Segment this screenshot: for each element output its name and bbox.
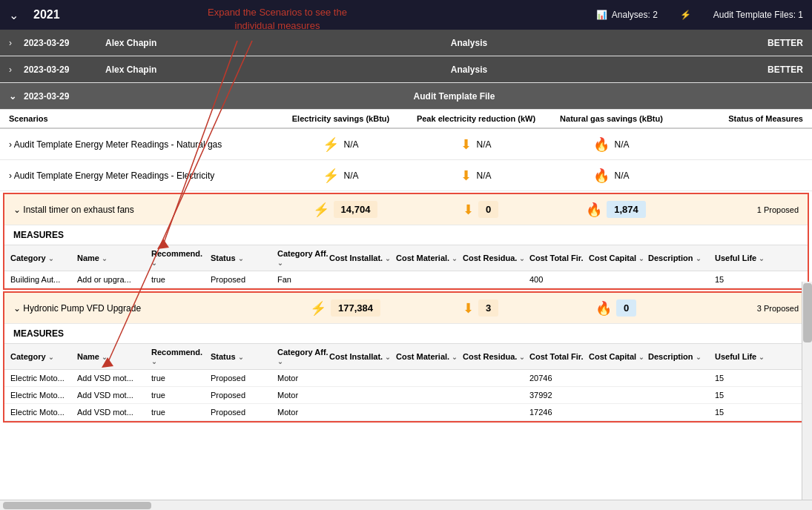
audit-section: Audit Template Files: 1 bbox=[713, 10, 803, 20]
col-cost-residual[interactable]: Cost Residua. ⌄ bbox=[463, 352, 529, 361]
scenario-elec: ⚡ 177,384 bbox=[280, 299, 410, 317]
col-description[interactable]: Description ⌄ bbox=[648, 352, 715, 361]
row-status: BETTER bbox=[729, 38, 803, 48]
col-header-status: Status of Measures bbox=[676, 114, 803, 123]
scenario-name[interactable]: › Audit Template Energy Meter Readings -… bbox=[9, 170, 276, 181]
audit-date: 2023-03-29 bbox=[24, 91, 105, 102]
peak-value: 0 bbox=[478, 201, 498, 218]
scenario-row-hydronic: ⌄ Hydronic Pump VFD Upgrade ⚡ 177,384 ⬇ … bbox=[4, 293, 808, 324]
col-recommend[interactable]: Recommend. ⌄ bbox=[151, 348, 211, 365]
peak-icon: ⬇ bbox=[463, 202, 474, 218]
scenario-row: › Audit Template Energy Meter Readings -… bbox=[0, 129, 812, 160]
scenario-peak: ⬇ 3 bbox=[410, 299, 551, 317]
col-category-aff[interactable]: Category Aff. ⌄ bbox=[277, 249, 329, 267]
measures-col-headers: Category ⌄ Name ⌄ Recommend. ⌄ Status ⌄ … bbox=[4, 344, 808, 370]
horizontal-scrollbar[interactable] bbox=[0, 500, 812, 510]
measures-row: Electric Moto... Add VSD mot... true Pro… bbox=[4, 387, 808, 404]
cell-category-aff: Motor bbox=[277, 374, 329, 382]
col-useful-life[interactable]: Useful Life ⌄ bbox=[715, 352, 802, 361]
col-status[interactable]: Status ⌄ bbox=[211, 254, 277, 262]
cell-category-aff: Motor bbox=[277, 391, 329, 400]
scenario-gas: 🔥 1,874 bbox=[551, 201, 681, 218]
measures-header: MEASURES bbox=[4, 324, 808, 344]
cell-name: Add VSD mot... bbox=[77, 408, 151, 417]
cell-cost-total: 17246 bbox=[529, 408, 589, 417]
scenario-gas: 🔥 N/A bbox=[547, 136, 676, 153]
gas-value: N/A bbox=[614, 170, 629, 181]
measures-header: MEASURES bbox=[4, 225, 808, 245]
col-category[interactable]: Category ⌄ bbox=[10, 254, 77, 262]
lightning-icon: ⚡ bbox=[323, 168, 339, 184]
lightning-icon: ⚡ bbox=[323, 136, 339, 153]
col-cost-capital[interactable]: Cost Capital ⌄ bbox=[589, 352, 648, 361]
cell-name: Add VSD mot... bbox=[77, 374, 151, 382]
col-description[interactable]: Description ⌄ bbox=[648, 254, 715, 262]
scenario-row-install-timer: ⌄ Install timer on exhaust fans ⚡ 14,704… bbox=[4, 194, 808, 225]
cell-status: Proposed bbox=[211, 408, 277, 417]
cell-category: Electric Moto... bbox=[10, 391, 77, 400]
vertical-scrollbar[interactable] bbox=[802, 282, 812, 504]
col-cost-capital[interactable]: Cost Capital ⌄ bbox=[589, 254, 648, 262]
col-cost-install[interactable]: Cost Installat. ⌄ bbox=[329, 352, 396, 361]
measures-row: Electric Moto... Add VSD mot... true Pro… bbox=[4, 404, 808, 421]
cell-status: Proposed bbox=[211, 275, 277, 284]
flame-icon: 🔥 bbox=[593, 136, 610, 153]
col-header-electricity: Electricity savings (kBtu) bbox=[276, 114, 406, 123]
lightning-icon: ⚡ bbox=[310, 300, 326, 317]
analyses-label: Analyses: 2 bbox=[612, 10, 658, 20]
audit-chevron[interactable]: ⌄ bbox=[9, 91, 24, 102]
col-useful-life[interactable]: Useful Life ⌄ bbox=[715, 254, 802, 262]
cell-useful-life: 15 bbox=[715, 275, 802, 284]
col-category[interactable]: Category ⌄ bbox=[10, 352, 77, 361]
flame-icon: 🔥 bbox=[595, 300, 612, 317]
scrollbar-thumb[interactable] bbox=[803, 283, 812, 342]
data-row: › 2023-03-29 Alex Chapin Analysis BETTER bbox=[0, 56, 812, 83]
col-cost-material[interactable]: Cost Material. ⌄ bbox=[396, 352, 463, 361]
cell-name: Add VSD mot... bbox=[77, 391, 151, 400]
cell-category-aff: Fan bbox=[277, 275, 329, 284]
cell-useful-life: 15 bbox=[715, 408, 802, 417]
audit-template-row: ⌄ 2023-03-29 Audit Template File bbox=[0, 83, 812, 110]
cell-category: Electric Moto... bbox=[10, 408, 77, 417]
scenario-status: 3 Proposed bbox=[681, 304, 799, 313]
row-chevron[interactable]: › bbox=[9, 64, 24, 75]
row-author: Alex Chapin bbox=[105, 38, 209, 48]
scenario-name[interactable]: ⌄ Install timer on exhaust fans bbox=[13, 205, 280, 215]
cell-status: Proposed bbox=[211, 374, 277, 382]
measures-section-1: MEASURES Category ⌄ Name ⌄ Recommend. ⌄ … bbox=[4, 225, 808, 288]
scenario-gas: 🔥 0 bbox=[551, 299, 681, 317]
cell-cost-total: 20746 bbox=[529, 374, 589, 382]
col-header-gas: Natural gas savings (kBtu) bbox=[547, 114, 676, 123]
cell-useful-life: 15 bbox=[715, 391, 802, 400]
flame-icon: 🔥 bbox=[593, 168, 610, 184]
col-status[interactable]: Status ⌄ bbox=[211, 352, 277, 361]
bottom-scrollbar-thumb[interactable] bbox=[3, 502, 151, 509]
col-category-aff[interactable]: Category Aff. ⌄ bbox=[277, 348, 329, 365]
year-header: ⌄ 2021 📊 Analyses: 2 ⚡ Audit Template Fi… bbox=[0, 0, 812, 30]
year-chevron[interactable]: ⌄ bbox=[9, 8, 19, 22]
row-type: Analysis bbox=[209, 64, 729, 75]
peak-icon: ⬇ bbox=[461, 168, 472, 184]
row-author: Alex Chapin bbox=[105, 64, 209, 75]
col-name[interactable]: Name ⌄ bbox=[77, 254, 151, 262]
cell-recommend: true bbox=[151, 374, 211, 382]
flame-icon: 🔥 bbox=[586, 202, 602, 218]
row-type: Analysis bbox=[209, 38, 729, 48]
row-chevron[interactable]: › bbox=[9, 38, 24, 48]
elec-value: 177,384 bbox=[331, 299, 380, 317]
col-cost-install[interactable]: Cost Installat. ⌄ bbox=[329, 254, 396, 262]
scenario-name[interactable]: › Audit Template Energy Meter Readings -… bbox=[9, 139, 276, 150]
scenario-peak: ⬇ N/A bbox=[406, 136, 547, 153]
col-recommend[interactable]: Recommend. ⌄ bbox=[151, 249, 211, 267]
scenario-row: › Audit Template Energy Meter Readings -… bbox=[0, 160, 812, 191]
gas-value: N/A bbox=[614, 139, 629, 150]
peak-value: N/A bbox=[476, 139, 491, 150]
col-cost-total[interactable]: Cost Total Fir. bbox=[529, 254, 589, 262]
col-name[interactable]: Name ⌄ bbox=[77, 352, 151, 361]
col-cost-total[interactable]: Cost Total Fir. bbox=[529, 352, 589, 361]
scenario-name[interactable]: ⌄ Hydronic Pump VFD Upgrade bbox=[13, 303, 280, 314]
cell-category-aff: Motor bbox=[277, 408, 329, 417]
col-cost-residual[interactable]: Cost Residua. ⌄ bbox=[463, 254, 529, 262]
annotation-text: Expand the Scenarios to see the individu… bbox=[208, 6, 347, 33]
col-cost-material[interactable]: Cost Material. ⌄ bbox=[396, 254, 463, 262]
